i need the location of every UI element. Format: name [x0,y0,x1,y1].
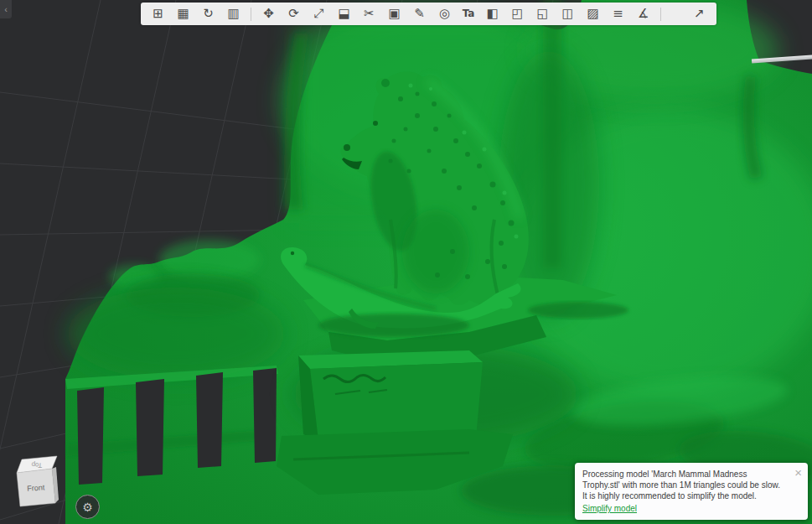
toolbar-color-paint-button[interactable]: ◧ [481,4,504,23]
toolbar-add-plate-button[interactable]: ▦ [172,4,194,23]
collapse-sidebar-button[interactable]: ‹ [0,0,12,18]
notification-close-icon[interactable]: × [794,464,802,481]
notification-toast: × Processing model 'March Mammal Madness… [575,463,808,520]
toolbar-text-button[interactable]: Ta [458,4,478,23]
toolbar-rotate-button[interactable]: ⟳ [282,4,305,23]
toolbar-variable-layer-button[interactable]: ≡ [607,4,629,23]
toolbar-split-objects-button[interactable]: ◰ [506,4,529,23]
toolbar-fuzzy-skin-button[interactable]: ▨ [582,4,604,23]
orientation-cube[interactable]: Front Top [10,449,74,513]
cube-front-label: Front [27,483,45,492]
viewport-3d[interactable] [0,0,812,524]
model-march-mammal-madness-trophy[interactable] [65,0,812,524]
toolbar-auto-orient-button[interactable]: ↻ [197,4,220,23]
toolbar-support-paint-button[interactable]: ✎ [408,4,431,23]
cube-top-label: Top [31,461,43,470]
toolbar-split-parts-button[interactable]: ◱ [531,4,554,23]
toolbar-lay-flat-button[interactable]: ⬓ [333,4,355,23]
toolbar-clone-button[interactable]: ▣ [383,4,406,23]
toolbar-arrange-button[interactable]: ▥ [222,4,245,23]
toolbar-mesh-boolean-button[interactable]: ◫ [556,4,579,23]
toolbar-move-button[interactable]: ✥ [257,4,280,23]
toolbar-seam-paint-button[interactable]: ◎ [433,4,456,23]
toolbar-assembly-view-button[interactable]: ↗ [688,4,711,23]
gear-icon: ⚙ [82,501,93,514]
notification-message: Processing model 'March Mammal Madness T… [582,469,786,501]
main-toolbar: ⊞ ▦ ↻ ▥ ✥ ⟳ ⤢ ⬓ ✂ ▣ ✎ ◎ Ta ◧ ◰ ◱ ◫ ▨ ≡ ∡… [141,3,716,25]
view-settings-button[interactable]: ⚙ [75,495,100,519]
simplify-model-link[interactable]: Simplify model [582,503,637,514]
toolbar-add-object-button[interactable]: ⊞ [147,4,169,23]
toolbar-scale-button[interactable]: ⤢ [308,4,330,23]
toolbar-cut-button[interactable]: ✂ [358,4,380,23]
toolbar-separator [251,8,251,21]
toolbar-measure-button[interactable]: ∡ [632,4,654,23]
slicer-window: ‹ ⊞ ▦ ↻ ▥ ✥ ⟳ ⤢ ⬓ ✂ ▣ ✎ ◎ Ta ◧ ◰ ◱ ◫ ▨ ≡… [0,0,812,524]
toolbar-separator [660,8,661,21]
